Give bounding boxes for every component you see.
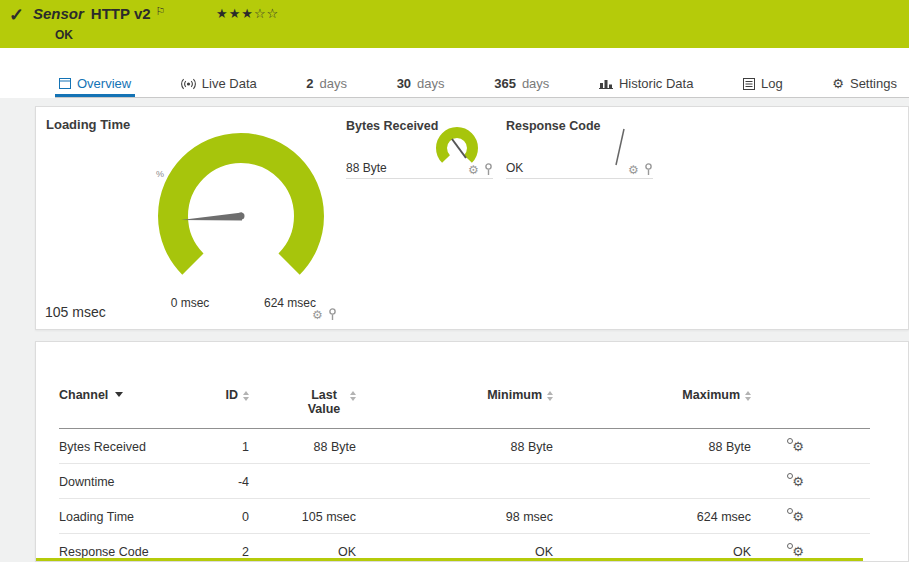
sort-icon[interactable] [547, 391, 553, 401]
loading-time-value: 105 msec [45, 304, 106, 320]
pin-icon[interactable] [644, 163, 653, 176]
gauge-unit-hint: % [156, 169, 164, 179]
tab-30-days[interactable]: 30 days [393, 70, 449, 97]
col-header-actions [751, 378, 870, 429]
tab-word: days [417, 76, 444, 91]
table-row[interactable]: Loading Time 0 105 msec 98 msec 624 msec… [59, 499, 870, 534]
tab-label: Overview [77, 76, 131, 91]
log-icon [743, 78, 755, 90]
sort-icon[interactable] [243, 391, 249, 401]
loading-time-gauge-actions: ⚙ [312, 308, 337, 321]
priority-stars[interactable]: ★★★☆☆ [216, 6, 279, 21]
table-row[interactable]: Downtime -4 ⚙ [59, 464, 870, 499]
col-header-id[interactable]: ID [209, 378, 249, 429]
pin-icon[interactable] [484, 163, 493, 176]
historic-data-icon [599, 78, 613, 89]
channel-name: Bytes Received [59, 429, 209, 464]
bytes-received-value: 88 Byte [346, 161, 387, 175]
sensor-status-bar: ✓ SensorHTTP v2⚐ ★★★☆☆ OK [0, 0, 909, 48]
channel-maximum [553, 464, 751, 499]
channel-minimum [356, 464, 553, 499]
tab-word: days [522, 76, 549, 91]
col-header-label: ID [226, 388, 239, 402]
table-row[interactable]: Bytes Received 1 88 Byte 88 Byte 88 Byte… [59, 429, 870, 464]
tab-label: Settings [850, 76, 897, 91]
sort-direction-icon [115, 392, 123, 397]
tab-historic-data[interactable]: Historic Data [595, 70, 697, 97]
col-header-channel[interactable]: Channel [59, 378, 209, 429]
gear-icon[interactable]: ⚙ [312, 309, 323, 321]
divider [506, 178, 653, 179]
gear-icon[interactable]: ⚙ [468, 164, 479, 176]
status-ok-check-icon: ✓ [9, 4, 24, 26]
channel-id: -4 [209, 464, 249, 499]
channel-minimum: 88 Byte [356, 429, 553, 464]
sensor-name: HTTP v2 [91, 5, 151, 22]
channel-id: 1 [209, 429, 249, 464]
response-code-title: Response Code [506, 119, 600, 133]
response-code-value: OK [506, 161, 523, 175]
channels-table-panel: Channel ID Last Value Minimum Maximum [35, 341, 909, 562]
channel-settings-icon[interactable]: ⚙ [792, 439, 804, 454]
loading-time-gauge [136, 127, 348, 287]
overview-icon [59, 78, 71, 89]
tab-settings[interactable]: ⚙ Settings [828, 70, 901, 97]
col-header-label: Maximum [682, 388, 740, 402]
flag-icon[interactable]: ⚐ [156, 5, 166, 17]
channel-settings-icon[interactable]: ⚙ [792, 509, 804, 524]
tab-number: 30 [397, 76, 411, 91]
tab-label: Historic Data [619, 76, 693, 91]
sensor-status-text: OK [55, 28, 73, 42]
tab-log[interactable]: Log [739, 70, 787, 97]
tab-2-days[interactable]: 2 days [302, 70, 351, 97]
channel-name: Loading Time [59, 499, 209, 534]
channel-id: 0 [209, 499, 249, 534]
sort-icon[interactable] [350, 391, 356, 401]
channel-last-value [249, 464, 356, 499]
loading-time-title: Loading Time [46, 117, 130, 132]
settings-gear-icon: ⚙ [832, 76, 844, 91]
col-header-minimum[interactable]: Minimum [356, 378, 553, 429]
tab-number: 365 [494, 76, 516, 91]
channel-settings-icon[interactable]: ⚙ [792, 474, 804, 489]
pin-icon[interactable] [328, 308, 337, 321]
col-header-maximum[interactable]: Maximum [553, 378, 751, 429]
tab-bar: Overview Live Data 2 days 30 days 365 da… [55, 70, 909, 98]
gauges-panel: Loading Time % 0 msec 624 msec 105 msec … [35, 106, 909, 330]
tab-word: days [320, 76, 347, 91]
col-header-label: Channel [59, 388, 108, 402]
bytes-received-title: Bytes Received [346, 119, 438, 133]
channel-last-value: 88 Byte [249, 429, 356, 464]
tab-365-days[interactable]: 365 days [490, 70, 553, 97]
channel-name: Downtime [59, 464, 209, 499]
col-header-label: Last Value [303, 388, 345, 416]
channel-maximum: 88 Byte [553, 429, 751, 464]
tab-number: 2 [306, 76, 313, 91]
tab-label: Log [761, 76, 783, 91]
channels-table: Channel ID Last Value Minimum Maximum [59, 378, 870, 562]
channel-minimum: 98 msec [356, 499, 553, 534]
channel-last-value: 105 msec [249, 499, 356, 534]
page-title: SensorHTTP v2⚐ [33, 5, 165, 22]
status-color-strip [36, 558, 863, 561]
gauge-min-label: 0 msec [148, 296, 232, 310]
live-data-icon [181, 78, 196, 90]
tab-overview[interactable]: Overview [55, 70, 135, 97]
gear-icon[interactable]: ⚙ [628, 164, 639, 176]
bytes-received-gauge-actions: ⚙ [468, 163, 493, 176]
col-header-label: Minimum [487, 388, 542, 402]
table-header-row: Channel ID Last Value Minimum Maximum [59, 378, 870, 429]
tab-live-data[interactable]: Live Data [177, 70, 261, 97]
sort-icon[interactable] [745, 391, 751, 401]
sensor-title-prefix: Sensor [33, 5, 84, 22]
response-code-gauge-actions: ⚙ [628, 163, 653, 176]
channel-maximum: 624 msec [553, 499, 751, 534]
divider [346, 178, 493, 179]
col-header-last-value[interactable]: Last Value [249, 378, 356, 429]
channel-settings-icon[interactable]: ⚙ [792, 544, 804, 559]
tab-label: Live Data [202, 76, 257, 91]
